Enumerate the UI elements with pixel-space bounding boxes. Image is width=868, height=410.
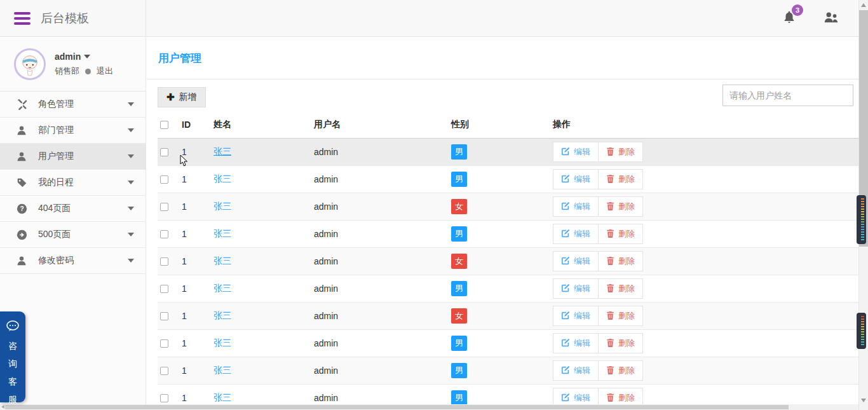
cell-id: 1 — [179, 275, 211, 303]
user-icon — [17, 256, 27, 266]
name-link[interactable]: 张三 — [214, 338, 231, 348]
delete-button[interactable]: 删除 — [598, 224, 643, 244]
sidebar-item-department-management[interactable]: 部门管理 — [0, 118, 146, 144]
cell-id: 1 — [179, 139, 211, 166]
edit-button[interactable]: 编辑 — [553, 278, 598, 299]
edit-button[interactable]: 编辑 — [553, 251, 598, 271]
row-checkbox[interactable] — [160, 257, 168, 266]
cell-id: 1 — [179, 221, 211, 248]
table-row: 1 张三 admin 女 编辑 删除 — [158, 248, 858, 275]
edit-button[interactable]: 编辑 — [553, 360, 598, 381]
delete-button[interactable]: 删除 — [598, 251, 643, 271]
gender-badge: 男 — [451, 390, 467, 406]
delete-button[interactable]: 删除 — [598, 278, 643, 299]
cell-id: 1 — [179, 193, 211, 221]
name-link[interactable]: 张三 — [214, 365, 231, 375]
name-link[interactable]: 张三 — [214, 310, 231, 320]
name-link[interactable]: 张三 — [214, 283, 231, 293]
delete-button[interactable]: 删除 — [598, 169, 643, 189]
search-input[interactable] — [722, 85, 853, 106]
gender-badge: 女 — [451, 308, 467, 324]
row-checkbox[interactable] — [160, 339, 168, 348]
row-checkbox[interactable] — [160, 312, 168, 320]
row-checkbox[interactable] — [160, 285, 168, 293]
name-link[interactable]: 张三 — [214, 201, 231, 211]
row-checkbox[interactable] — [160, 230, 168, 238]
row-checkbox[interactable] — [160, 148, 168, 156]
sidebar-item-404-page[interactable]: ? 404页面 — [0, 196, 146, 222]
horizontal-scrollbar[interactable] — [0, 404, 858, 410]
trash-icon — [606, 366, 614, 376]
sidebar-item-label: 500页面 — [38, 229, 128, 240]
select-all-checkbox[interactable] — [160, 121, 168, 129]
name-link[interactable]: 张三 — [214, 174, 231, 184]
profile-name-dropdown[interactable]: admin — [55, 51, 113, 62]
sidebar-item-my-schedule[interactable]: 我的日程 — [0, 170, 146, 196]
horizontal-scrollbar-thumb[interactable] — [5, 405, 789, 409]
delete-button[interactable]: 删除 — [598, 196, 643, 217]
row-checkbox[interactable] — [160, 175, 168, 184]
chevron-down-icon — [128, 181, 134, 184]
edit-button[interactable]: 编辑 — [553, 169, 598, 189]
scroll-down-arrow-icon[interactable] — [861, 399, 866, 402]
name-link[interactable]: 张三 — [214, 228, 231, 238]
table-row: 1 张三 admin 男 编辑 删除 — [158, 221, 858, 248]
row-checkbox[interactable] — [160, 203, 168, 211]
topbar: 后台模板 3 — [0, 0, 858, 37]
table-row: 1 张三 admin 女 编辑 删除 — [158, 193, 858, 221]
users-button[interactable] — [823, 10, 839, 27]
sidebar-item-change-password[interactable]: 修改密码 — [0, 248, 146, 274]
edit-pencil-icon — [561, 229, 570, 240]
delete-button[interactable]: 删除 — [598, 142, 643, 162]
cell-username: admin — [311, 221, 449, 248]
logout-link[interactable]: 退出 — [97, 65, 113, 77]
scroll-left-arrow-icon[interactable] — [1, 405, 4, 409]
edit-button[interactable]: 编辑 — [553, 142, 598, 162]
name-link[interactable]: 张三 — [214, 146, 231, 156]
delete-button[interactable]: 删除 — [598, 333, 643, 353]
scroll-up-arrow-icon[interactable] — [861, 3, 866, 7]
name-link[interactable]: 张三 — [214, 392, 231, 402]
cell-id: 1 — [179, 248, 211, 275]
edit-button[interactable]: 编辑 — [553, 333, 598, 353]
table-row: 1 张三 admin 男 编辑 删除 — [158, 357, 858, 385]
delete-button[interactable]: 删除 — [598, 360, 643, 381]
notifications-button[interactable]: 3 — [782, 10, 796, 27]
hamburger-menu-icon[interactable] — [14, 12, 31, 25]
row-checkbox[interactable] — [160, 394, 168, 402]
row-checkbox[interactable] — [160, 367, 168, 375]
column-header-id: ID — [179, 114, 211, 139]
sidebar-item-user-management[interactable]: 用户管理 — [0, 144, 146, 170]
delete-button[interactable]: 删除 — [598, 306, 643, 326]
avatar[interactable] — [14, 48, 46, 80]
edit-button[interactable]: 编辑 — [553, 224, 598, 244]
table-row: 1 张三 admin 男 编辑 删除 — [158, 275, 858, 303]
sidebar-item-500-page[interactable]: 500页面 — [0, 222, 146, 248]
column-header-gender: 性别 — [449, 114, 550, 139]
sidebar-item-role-management[interactable]: 角色管理 — [0, 92, 146, 118]
name-link[interactable]: 张三 — [214, 256, 231, 266]
edit-pencil-icon — [561, 311, 570, 322]
cell-username: admin — [311, 330, 449, 357]
edit-button[interactable]: 编辑 — [553, 196, 598, 217]
table-row: 1 张三 admin 男 编辑 删除 — [158, 166, 858, 193]
gender-badge: 男 — [451, 281, 467, 296]
column-header-name: 姓名 — [211, 114, 311, 139]
chevron-down-icon — [128, 233, 134, 236]
chevron-down-icon — [128, 259, 134, 263]
customer-service-widget[interactable]: 咨询客服 — [0, 311, 25, 402]
edit-button[interactable]: 编辑 — [553, 306, 598, 326]
plus-icon: ✚ — [166, 92, 175, 103]
chevron-down-icon — [128, 207, 134, 210]
users-icon — [823, 15, 839, 26]
add-button[interactable]: ✚ 新增 — [158, 87, 206, 107]
edit-pencil-icon — [561, 256, 570, 267]
main-content: 用户管理 ✚ 新增 ID 姓名 用户名 性别 操作 1 张三 admin 男 — [147, 38, 858, 410]
arrow-circle-icon — [17, 229, 27, 240]
trash-icon — [606, 147, 614, 158]
edit-pencil-icon — [561, 202, 570, 212]
cell-username: admin — [311, 275, 449, 303]
cell-username: admin — [311, 303, 449, 330]
sidebar-item-label: 修改密码 — [38, 255, 128, 266]
page-title: 用户管理 — [158, 51, 201, 65]
